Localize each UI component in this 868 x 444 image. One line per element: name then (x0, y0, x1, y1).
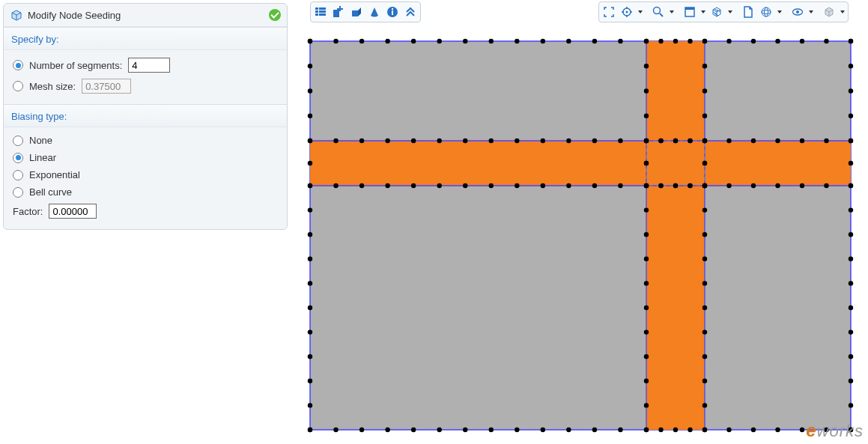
svg-point-108 (849, 354, 853, 359)
svg-point-75 (800, 428, 804, 432)
svg-point-143 (489, 183, 494, 188)
svg-point-154 (726, 183, 731, 188)
svg-point-63 (541, 428, 545, 432)
segments-input[interactable] (128, 58, 170, 73)
svg-point-176 (644, 428, 649, 432)
exponential-label: Exponential (29, 169, 80, 180)
3d-cube-dropdown[interactable] (726, 4, 734, 20)
mesh-viewport[interactable] (301, 25, 861, 442)
svg-point-32 (359, 39, 364, 43)
svg-point-34 (411, 39, 416, 43)
linear-label: Linear (29, 152, 56, 163)
svg-point-98 (849, 114, 853, 118)
svg-point-21 (796, 10, 799, 13)
svg-point-159 (849, 183, 853, 188)
svg-point-39 (541, 39, 545, 43)
radio-mesh-size[interactable] (13, 81, 23, 91)
eye-dropdown[interactable] (807, 4, 815, 20)
zoom-dropdown[interactable] (668, 4, 676, 20)
radio-number-of-segments[interactable] (13, 60, 23, 70)
shape-icon[interactable] (348, 4, 365, 20)
sphere-wireframe-icon[interactable] (758, 4, 774, 20)
svg-point-178 (702, 64, 707, 68)
svg-point-142 (463, 183, 467, 188)
add-part-icon[interactable] (330, 4, 347, 20)
svg-point-204 (644, 139, 649, 143)
zoom-icon[interactable] (650, 4, 667, 20)
svg-point-193 (702, 428, 707, 432)
svg-point-46 (688, 39, 692, 43)
modify-node-seeding-panel: Modify Node Seeding Specify by: Number o… (3, 3, 288, 230)
svg-point-94 (308, 428, 312, 432)
shaded-cube-dropdown[interactable] (839, 4, 846, 20)
svg-point-51 (800, 39, 804, 43)
svg-rect-16 (685, 7, 694, 10)
svg-rect-24 (310, 141, 851, 186)
window-icon[interactable] (682, 4, 698, 20)
svg-point-57 (385, 428, 389, 432)
svg-point-138 (359, 183, 364, 188)
svg-point-42 (618, 39, 622, 43)
check-ok-icon (269, 9, 281, 21)
svg-point-200 (688, 139, 692, 143)
svg-point-144 (515, 183, 519, 188)
svg-point-199 (673, 183, 678, 188)
svg-point-120 (515, 139, 519, 143)
svg-point-112 (308, 139, 312, 143)
svg-point-68 (658, 428, 663, 432)
page-icon[interactable] (740, 4, 756, 20)
svg-point-74 (775, 428, 780, 432)
svg-point-186 (702, 257, 707, 261)
target-icon[interactable] (619, 4, 635, 20)
window-dropdown[interactable] (699, 4, 707, 20)
radio-linear[interactable] (13, 153, 23, 163)
svg-point-206 (644, 161, 649, 165)
svg-point-106 (849, 305, 853, 310)
info-icon[interactable] (384, 4, 401, 20)
svg-point-141 (437, 183, 441, 188)
svg-point-172 (644, 329, 649, 334)
biasing-type-section: Biasing type: None Linear Exponential Be… (4, 104, 287, 229)
list-view-icon[interactable] (312, 4, 329, 20)
shaded-cube-icon[interactable] (821, 4, 837, 20)
svg-point-209 (702, 183, 707, 188)
svg-point-85 (308, 207, 312, 212)
svg-rect-3 (319, 7, 326, 10)
svg-point-136 (308, 183, 312, 188)
svg-point-80 (308, 88, 312, 93)
svg-point-134 (824, 139, 828, 143)
svg-point-19 (765, 7, 768, 16)
collapse-up-icon[interactable] (402, 4, 419, 20)
target-dropdown[interactable] (637, 4, 644, 20)
svg-point-130 (726, 139, 731, 143)
svg-point-13 (626, 11, 628, 13)
radio-none[interactable] (13, 136, 23, 146)
svg-point-97 (849, 88, 853, 93)
svg-point-163 (644, 114, 649, 118)
svg-point-169 (644, 257, 649, 261)
sphere-dropdown[interactable] (776, 4, 783, 20)
svg-point-86 (308, 232, 312, 237)
panel-header: Modify Node Seeding (4, 4, 287, 27)
svg-point-137 (333, 183, 338, 188)
3d-cube-icon[interactable] (708, 4, 725, 20)
radio-exponential[interactable] (13, 170, 23, 180)
svg-point-114 (359, 139, 364, 143)
svg-point-90 (308, 329, 312, 334)
svg-point-14 (654, 7, 661, 14)
svg-point-157 (800, 183, 804, 188)
eye-icon[interactable] (789, 4, 806, 20)
svg-point-48 (726, 39, 731, 43)
fit-view-icon[interactable] (601, 4, 617, 20)
svg-point-60 (463, 428, 467, 432)
svg-point-61 (489, 428, 494, 432)
svg-point-140 (411, 183, 416, 188)
cone-icon[interactable] (366, 4, 383, 20)
factor-input[interactable] (49, 204, 97, 219)
bell-label: Bell curve (29, 186, 72, 198)
segments-label: Number of segments: (29, 60, 122, 71)
svg-point-109 (849, 379, 853, 383)
svg-point-78 (308, 39, 312, 43)
radio-bell-curve[interactable] (13, 187, 23, 198)
svg-point-83 (308, 161, 312, 165)
